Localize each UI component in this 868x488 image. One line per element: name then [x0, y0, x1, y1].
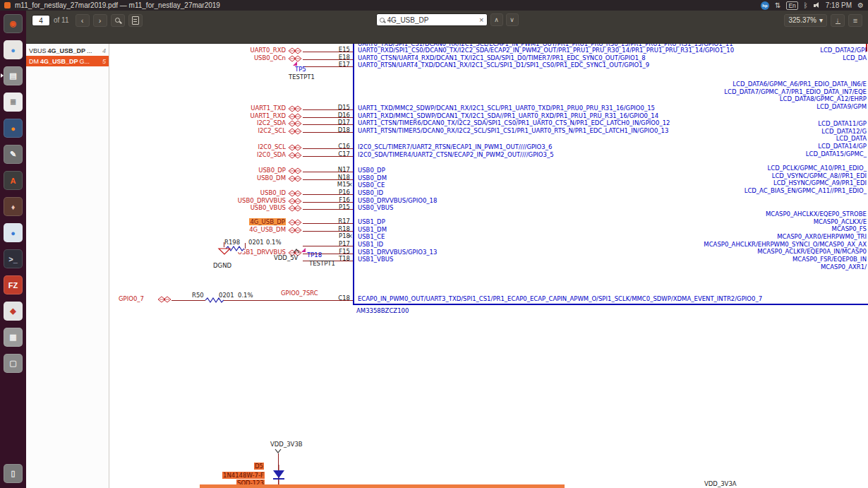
sidebar-toggle-button[interactable]: [128, 14, 143, 27]
net-label: USB0_ID: [115, 189, 286, 197]
launcher-gimp[interactable]: ♦: [1, 195, 25, 218]
pin-function-right: LCD_PCLK/GPMC_A10/PR1_EDIO_: [745, 165, 867, 172]
hp-logo-icon: hp: [761, 1, 769, 10]
pin-number: E18: [322, 54, 350, 61]
find-next-button[interactable]: ∨: [506, 13, 519, 26]
pin-function-right: MCASP0_AXR1/: [704, 263, 867, 271]
launcher-trash[interactable]: ▯: [1, 462, 25, 485]
launcher-office-app[interactable]: A: [1, 169, 25, 192]
sync-arrows-icon[interactable]: ⇅: [775, 1, 780, 10]
clear-icon[interactable]: ×: [479, 16, 483, 24]
pin-number: M15: [322, 181, 350, 189]
clock[interactable]: 7:18 PM: [826, 1, 852, 9]
launcher-firefox[interactable]: ●: [1, 117, 25, 140]
testpoint-arrow-icon: [301, 247, 306, 253]
download-button[interactable]: ↓: [831, 14, 845, 27]
pin-function: UART1_CTSN/TIMER6/DCAN0_TX/I2C2_SDA/SPI1…: [358, 119, 670, 127]
pin-function: USB1_CE: [358, 233, 385, 241]
launcher-document-viewer[interactable]: ▤: [1, 64, 25, 88]
find-input[interactable]: 4G_USB_DP ×: [376, 13, 488, 26]
pin-function-right: LCD_DATA8/GPMC_A12/EHRP: [724, 95, 867, 103]
launcher-chromium[interactable]: ●: [1, 38, 25, 61]
pin-row: USB0_DRVVBUS × F16 USB0_DRVVBUS/GPIO0_18: [115, 197, 862, 205]
pin-function-right: LCD_DA: [820, 54, 867, 62]
menu-button[interactable]: ≡: [848, 14, 862, 27]
pin-group-lcd-sync: LCD_PCLK/GPMC_A10/PR1_EDIO_LCD_VSYNC/GPM…: [745, 165, 867, 195]
highlighted-net-wire: [200, 484, 565, 488]
pin-function-right: LCD_DATA14/GP: [806, 143, 867, 150]
history-back-button[interactable]: ‹: [76, 14, 90, 27]
search-result-page4[interactable]: VBUS 4G_USB_DP ... 4: [26, 45, 109, 56]
result-suffix: G...: [80, 58, 90, 65]
launcher-gray-app-2[interactable]: ▢: [1, 352, 25, 375]
pin-function: USB0_DRVVBUS/GPIO0_18: [358, 197, 437, 205]
net-connector-icon: [288, 120, 302, 127]
session-gear-icon[interactable]: ⚙: [857, 1, 864, 10]
volume-icon[interactable]: [814, 2, 820, 8]
launcher-red-white-app[interactable]: ◆: [1, 299, 25, 323]
net-label: USB0_OCn: [115, 54, 286, 62]
launcher-terminal[interactable]: >_: [1, 247, 25, 270]
app-icon: ▤: [4, 66, 23, 85]
pin-function: USB0_DP: [358, 167, 385, 174]
search-result-page5[interactable]: DM 4G_USB_DP G... 5: [26, 56, 109, 66]
pin-function: USB0_CE: [358, 181, 385, 189]
launcher-gray-app-1[interactable]: ▦: [1, 326, 25, 349]
pin-group-mcasp0: MCASP0_AHCLKX/EQEP0_STROBEMCASP0_ACLKX/E…: [704, 210, 867, 271]
launcher-blue-app[interactable]: ●: [1, 221, 25, 244]
net-label: I2C2_SCL: [115, 127, 286, 135]
pin-number: D16: [322, 112, 350, 119]
find-previous-button[interactable]: ∧: [490, 13, 503, 26]
pin-function: USB1_DP: [358, 218, 385, 226]
pin-function: USB1_VBUS: [358, 256, 393, 263]
pin-function-right: LCD_DATA7/GPMC_A7/PR1_EDIO_DATA_IN7/EQE: [724, 88, 867, 96]
launcher-filezilla[interactable]: FZ: [1, 273, 25, 297]
launcher-ubuntu[interactable]: ◉: [1, 12, 25, 35]
pin-number: E15: [322, 46, 350, 54]
pin-row: × E17 UART0_RTSN/UART4_TXD/DCAN1_RX/I2C1…: [115, 61, 862, 69]
pin-number: P16: [322, 189, 350, 196]
keyboard-indicator[interactable]: En: [786, 1, 797, 10]
app-icon: ▯: [4, 464, 23, 483]
result-prefix: VBUS: [29, 47, 47, 54]
wire: [245, 243, 246, 249]
pin-number: F16: [322, 196, 350, 204]
pin-function-right: LCD_DATA9/GPM: [724, 103, 867, 111]
result-prefix: DM: [29, 58, 39, 65]
pin-function-right: MCASP0_AHCLKR/EHRPWM0_SYNCI_O/MCASP0_AX_…: [704, 241, 867, 249]
pin-function: ECAP0_IN_PWM0_OUT/UART3_TXD/SPI1_CS1/PR1…: [358, 295, 762, 303]
app-icon: [4, 2, 11, 8]
bluetooth-icon[interactable]: ᛒ: [804, 1, 808, 10]
search-results-sidebar: VBUS 4G_USB_DP ... 4 DM 4G_USB_DP G... 5: [26, 44, 109, 488]
page-number-input[interactable]: 4: [32, 15, 50, 26]
testpoint-ref: TP5: [295, 66, 306, 73]
pin-function-right: LCD_DATA12/G: [806, 128, 867, 136]
testpoint-ref: TP18: [307, 251, 322, 258]
top-panel: m11_for_nestlay_27mar2019.pdf — m11_for_…: [0, 0, 868, 11]
zoom-select[interactable]: 325.37% ▾: [784, 14, 827, 27]
pin-function: UART1_RXD/MMC1_SDWP/DCAN1_TX/I2C1_SDA//P…: [358, 112, 658, 120]
pin-row: UART0_RXD × E15 UART0_RXD/SPI1_CS0/DCAN0…: [115, 47, 862, 54]
launcher-image-tool[interactable]: ✎: [1, 143, 25, 166]
net-connector-icon: [288, 227, 302, 234]
history-forward-button[interactable]: ›: [93, 14, 107, 27]
running-indicator: [1, 73, 4, 78]
pin-function-right: LCD_DATA6/GPMC_A6/PR1_EDIO_DATA_IN6/E: [724, 81, 867, 88]
net-label: I2C0_SCL: [115, 143, 286, 151]
pin-row: I2C2_SDA × D17 UART1_CTSN/TIMER6/DCAN0_T…: [115, 119, 862, 127]
net-connector-icon: [288, 47, 302, 54]
net-connector-icon: [288, 219, 302, 226]
pin-function-right: MCASP0_ACLKX/E: [704, 218, 867, 226]
app-icon: ✎: [4, 145, 23, 164]
diode-symbol: [270, 465, 288, 484]
pin-number: R18: [322, 225, 350, 233]
ic-boundary-horizontal: [353, 304, 868, 305]
unity-launcher: ◉ ● ▤ ≣ ● ✎ A ♦: [0, 11, 26, 488]
search-button[interactable]: [111, 14, 125, 27]
launcher-text-editor[interactable]: ≣: [1, 90, 25, 114]
resistor-footprint: 0201: [248, 239, 264, 246]
app-icon: ●: [4, 119, 23, 138]
pin-row: I2C2_SCL × D18 UART1_RTSN/TIMER5/DCAN0_R…: [115, 127, 862, 135]
net-label: 4G_USB_DP: [115, 218, 286, 226]
pin-group-lcd-c: LCD_DATA11/GPLCD_DATA12/GLCD_DATALCD_DAT…: [806, 120, 867, 157]
